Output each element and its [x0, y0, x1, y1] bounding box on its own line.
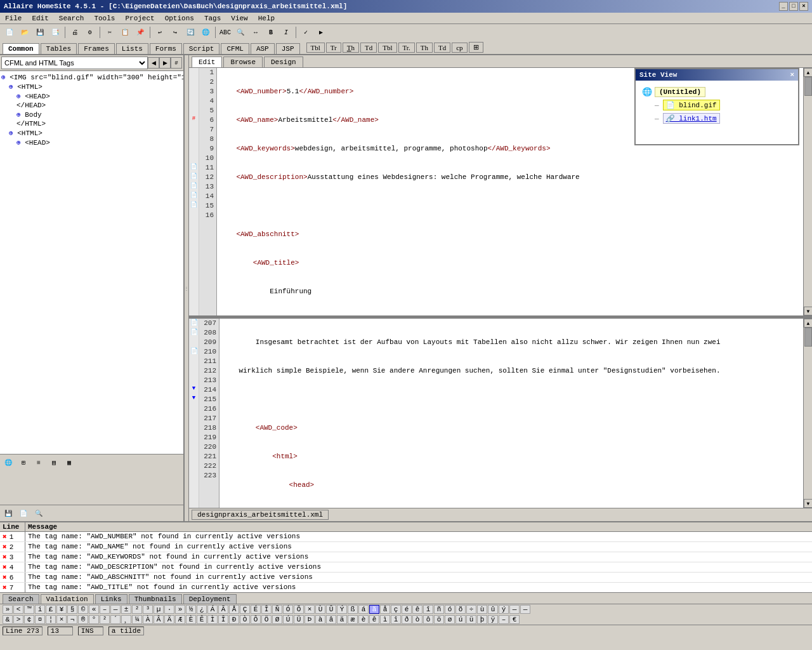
tree-item-html2[interactable]: ⊕ <HTML>	[1, 128, 182, 138]
char-divide[interactable]: ÷	[466, 605, 476, 614]
output-row-1[interactable]: ✖1 The tag name: "AWD_NUMBER" not found …	[0, 532, 812, 542]
refresh-button[interactable]: 🔄	[183, 25, 197, 39]
menu-tags[interactable]: Tags	[202, 14, 223, 23]
tab-edit[interactable]: Edit	[192, 56, 222, 67]
panel-btn-3[interactable]: #	[171, 57, 182, 69]
out-tab-deployment[interactable]: Deployment	[183, 594, 237, 604]
lp-btn-1[interactable]: 💾	[1, 507, 15, 521]
char-Icirc[interactable]: Î	[261, 605, 272, 614]
char-Ecirc[interactable]: Ê	[197, 615, 207, 624]
globe-icon[interactable]: 🌐	[1, 456, 15, 470]
tree-item-headclose[interactable]: </HEAD>	[1, 101, 182, 110]
deploy-button[interactable]: ▶	[314, 25, 328, 39]
char-Atilde[interactable]: Ã	[218, 605, 228, 614]
char-ecirc[interactable]: ê	[412, 605, 422, 614]
small-view-btn[interactable]: ▦	[62, 456, 76, 470]
char-szlig[interactable]: ß	[348, 605, 358, 614]
char-ugrave[interactable]: ù	[477, 605, 487, 614]
char-em2[interactable]: —	[509, 605, 520, 614]
char-sup3[interactable]: ³	[143, 605, 153, 614]
char-uuml[interactable]: ü	[466, 615, 476, 624]
tab-browse[interactable]: Browse	[223, 56, 263, 67]
char-ucirc[interactable]: û	[488, 605, 498, 614]
tab-forms[interactable]: Forms	[150, 43, 182, 54]
char-otilde[interactable]: õ	[455, 605, 466, 614]
sv-item-root[interactable]: 🌐 (Untitled)	[641, 86, 793, 98]
output-row-3[interactable]: ✖3 The tag name: "AWD_KEYWORDS" not foun…	[0, 552, 812, 562]
char-sup2b[interactable]: ²	[100, 615, 110, 624]
char-eth[interactable]: ð	[402, 615, 412, 624]
char-micro[interactable]: µ	[154, 605, 164, 614]
scroll-down-bottom[interactable]: ▼	[804, 499, 812, 508]
char-gt[interactable]: >	[13, 615, 23, 624]
output-row-7[interactable]: ✖7 The tag name: "AWD_TITLE" not found i…	[0, 583, 812, 592]
char-egrave[interactable]: è	[358, 615, 369, 624]
char-frac14[interactable]: ¼	[132, 615, 142, 624]
th2-btn[interactable]: Th	[416, 43, 433, 53]
tab-common[interactable]: Common	[3, 43, 39, 54]
resize-handle[interactable]: ⋮	[184, 55, 189, 521]
out-tab-thumbnails[interactable]: Thumbnails	[129, 594, 182, 604]
char-Ograve[interactable]: Ò	[240, 615, 250, 624]
char-info[interactable]: i	[35, 605, 45, 614]
char-yacute[interactable]: ý	[499, 605, 509, 614]
char-thorn[interactable]: þ	[477, 615, 487, 624]
panel-btn-1[interactable]: ◀	[148, 57, 159, 69]
char-aacute[interactable]: á	[358, 605, 369, 614]
char-ntilde[interactable]: ñ	[434, 605, 444, 614]
char-currency[interactable]: ¤	[35, 615, 45, 624]
vscroll-bottom[interactable]: ▲ ▼	[803, 319, 812, 508]
tree-item-head1[interactable]: ⊕ <HEAD>	[1, 91, 182, 101]
menu-edit[interactable]: Edit	[29, 14, 51, 23]
char-Acirc[interactable]: Â	[154, 615, 164, 624]
char-igrave[interactable]: ì	[380, 615, 390, 624]
menu-tools[interactable]: Tools	[91, 14, 117, 23]
char-ocirc[interactable]: ô	[423, 615, 433, 624]
char-iquest[interactable]: ¿	[197, 605, 207, 614]
menu-help[interactable]: Help	[256, 14, 277, 23]
out-tab-links[interactable]: Links	[95, 594, 128, 604]
lp-btn-3[interactable]: 🔍	[32, 507, 46, 521]
italic-button[interactable]: I	[279, 25, 293, 39]
char-plusmn[interactable]: ±	[121, 605, 131, 614]
menu-view[interactable]: View	[228, 14, 250, 23]
char-oacute[interactable]: ó	[445, 605, 455, 614]
detail-view-btn[interactable]: ▤	[47, 456, 61, 470]
char-acute[interactable]: ´	[110, 615, 121, 624]
char-brvbar[interactable]: ¦	[46, 615, 56, 624]
menu-search[interactable]: Search	[56, 14, 87, 23]
char-acirc[interactable]: â	[326, 615, 336, 624]
tbl2-btn[interactable]: Tbl	[378, 43, 396, 53]
sv-item-link[interactable]: — 🔗 link1.htm	[653, 112, 793, 125]
char-ograve[interactable]: ò	[412, 615, 422, 624]
save-button[interactable]: 💾	[33, 25, 47, 39]
vscroll-top[interactable]: ▲ ▼	[803, 68, 812, 315]
char-not[interactable]: ¬	[67, 615, 77, 624]
char-atilde[interactable]: ã	[369, 605, 379, 614]
redo-button[interactable]: ↪	[168, 25, 182, 39]
settings-button[interactable]: ⚙	[83, 25, 97, 39]
undo-button[interactable]: ↩	[153, 25, 167, 39]
replace-button[interactable]: ↔	[249, 25, 263, 39]
char-pound[interactable]: £	[46, 605, 56, 614]
close-button[interactable]: ×	[799, 2, 808, 11]
th-btn[interactable]: Th	[343, 43, 359, 53]
char-times[interactable]: ×	[304, 605, 315, 614]
output-row-4[interactable]: ✖4 The tag name: "AWD_DESCRIPTION" not f…	[0, 562, 812, 573]
char-aring[interactable]: å	[380, 605, 390, 614]
table-view-btn[interactable]: ⊞	[16, 456, 30, 470]
char-Ucirc[interactable]: Û	[326, 605, 336, 614]
td-btn[interactable]: Td	[360, 43, 377, 53]
char-uacute[interactable]: ú	[455, 615, 466, 624]
tr2-btn[interactable]: Tr.	[398, 43, 415, 53]
output-row-2[interactable]: ✖2 The tag name: "AWD_NAME" not found in…	[0, 542, 812, 552]
bold-button[interactable]: B	[264, 25, 278, 39]
tab-design[interactable]: Design	[264, 56, 303, 67]
char-cedil[interactable]: ¸	[121, 615, 131, 624]
char-frac12[interactable]: ½	[186, 605, 196, 614]
char-amp[interactable]: &	[3, 615, 13, 624]
paste-button[interactable]: 📌	[133, 25, 147, 39]
tree-item-body[interactable]: ⊕ Body	[1, 110, 182, 119]
tab-lists[interactable]: Lists	[116, 43, 148, 54]
find-button[interactable]: 🔍	[233, 25, 247, 39]
